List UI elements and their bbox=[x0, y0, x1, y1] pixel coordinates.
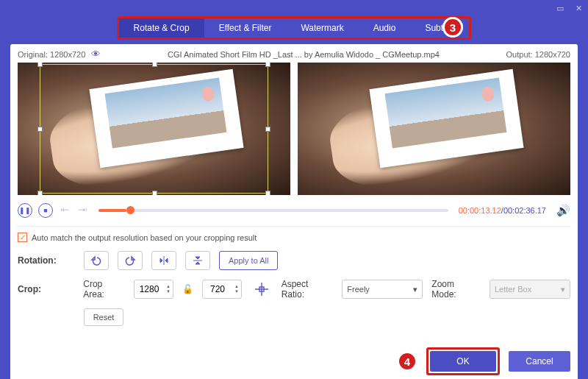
time-duration: 00:02:36.17 bbox=[503, 206, 546, 215]
file-title: CGI Animated Short Film HD _Last ... by … bbox=[107, 50, 500, 59]
ok-highlight: OK bbox=[426, 347, 500, 375]
crop-height-spinner[interactable]: ▲▼ bbox=[232, 284, 241, 294]
crop-handle[interactable] bbox=[265, 191, 270, 195]
aspect-ratio-value: Freely bbox=[347, 285, 370, 294]
preview-header: Original: 1280x720 👁 CGI Animated Short … bbox=[18, 49, 570, 60]
crop-handle[interactable] bbox=[265, 63, 270, 67]
eye-icon[interactable]: 👁 bbox=[91, 49, 101, 60]
center-crop-button[interactable] bbox=[251, 280, 273, 299]
close-icon[interactable]: ✕ bbox=[576, 4, 582, 13]
lock-aspect-icon[interactable]: 🔓 bbox=[182, 284, 193, 294]
stop-button[interactable]: ■ bbox=[38, 203, 53, 218]
tab-rotate-crop[interactable]: Rotate & Crop bbox=[119, 18, 204, 38]
crop-handle[interactable] bbox=[37, 63, 43, 67]
crop-area-label: Crop Area: bbox=[83, 279, 125, 300]
crop-handle[interactable] bbox=[37, 127, 43, 132]
reset-row: Reset bbox=[18, 308, 570, 326]
editor-tabs: Rotate & Crop Effect & Filter Watermark … bbox=[117, 16, 472, 40]
seek-slider[interactable] bbox=[98, 209, 448, 212]
titlebar: ▭ ✕ bbox=[0, 0, 588, 16]
playback-bar: ❚❚ ■ ⭰ ⭲ 00:00:13.12/00:02:36.17 🔊 bbox=[18, 201, 570, 220]
ok-button[interactable]: OK bbox=[430, 351, 496, 372]
tab-effect-filter[interactable]: Effect & Filter bbox=[204, 18, 287, 38]
tab-audio[interactable]: Audio bbox=[359, 18, 411, 38]
output-resolution-label: Output: 1280x720 bbox=[506, 50, 570, 59]
prev-frame-button[interactable]: ⭰ bbox=[59, 203, 71, 218]
automatch-label: Auto match the output resolution based o… bbox=[32, 233, 257, 242]
tab-watermark[interactable]: Watermark bbox=[286, 18, 358, 38]
crop-handle[interactable] bbox=[37, 191, 43, 195]
automatch-checkbox[interactable]: ✓ bbox=[18, 233, 27, 242]
volume-icon[interactable]: 🔊 bbox=[556, 204, 570, 217]
aspect-ratio-select[interactable]: Freely ▾ bbox=[342, 280, 423, 299]
preview-row bbox=[18, 63, 570, 195]
crop-handle[interactable] bbox=[152, 63, 157, 67]
crop-label: Crop: bbox=[18, 284, 74, 294]
crop-box[interactable] bbox=[40, 64, 268, 194]
next-frame-button[interactable]: ⭲ bbox=[76, 203, 88, 218]
rotate-left-button[interactable] bbox=[84, 251, 109, 270]
controls: Rotation: Apply to All Crop: Crop Area: bbox=[18, 251, 570, 326]
flip-horizontal-button[interactable] bbox=[151, 251, 176, 270]
chevron-down-icon: ▾ bbox=[413, 285, 417, 294]
crop-handle[interactable] bbox=[152, 191, 157, 195]
zoom-mode-label: Zoom Mode: bbox=[431, 279, 481, 300]
rotation-row: Rotation: Apply to All bbox=[18, 251, 570, 270]
chevron-down-icon: ▾ bbox=[561, 285, 565, 294]
footer-buttons: 4 OK Cancel bbox=[397, 347, 570, 375]
preview-original[interactable] bbox=[18, 63, 290, 195]
content-panel: Original: 1280x720 👁 CGI Animated Short … bbox=[10, 44, 578, 379]
flip-vertical-button[interactable] bbox=[185, 251, 210, 270]
pause-button[interactable]: ❚❚ bbox=[18, 203, 32, 218]
crop-height-field[interactable]: ▲▼ bbox=[202, 280, 242, 299]
crop-width-field[interactable]: ▲▼ bbox=[134, 280, 173, 299]
cancel-button[interactable]: Cancel bbox=[509, 351, 570, 372]
aspect-ratio-label: Aspect Ratio: bbox=[282, 279, 334, 300]
reset-button[interactable]: Reset bbox=[84, 308, 123, 326]
step-badge-4: 4 bbox=[397, 351, 417, 372]
minimize-icon[interactable]: ▭ bbox=[556, 4, 564, 13]
app-window: ▭ ✕ Rotate & Crop Effect & Filter Waterm… bbox=[0, 0, 588, 379]
automatch-row: ✓ Auto match the output resolution based… bbox=[18, 233, 570, 242]
apply-to-all-button[interactable]: Apply to All bbox=[219, 251, 278, 270]
original-resolution-label: Original: 1280x720 bbox=[18, 50, 85, 59]
crop-height-input[interactable] bbox=[203, 284, 232, 294]
zoom-mode-select: Letter Box ▾ bbox=[490, 280, 570, 299]
preview-output bbox=[298, 63, 570, 195]
rotation-label: Rotation: bbox=[18, 255, 75, 266]
zoom-mode-value: Letter Box bbox=[495, 285, 531, 294]
step-badge-3: 3 bbox=[442, 17, 463, 38]
crop-width-input[interactable] bbox=[135, 284, 164, 294]
crop-width-spinner[interactable]: ▲▼ bbox=[164, 284, 173, 294]
time-current: 00:00:13.12 bbox=[459, 206, 501, 215]
divider bbox=[18, 226, 570, 227]
tabs-container: Rotate & Crop Effect & Filter Watermark … bbox=[0, 16, 588, 40]
crop-row: Crop: Crop Area: ▲▼ 🔓 ▲▼ Aspect Ratio: F… bbox=[18, 279, 570, 300]
crop-handle[interactable] bbox=[265, 127, 270, 132]
seek-knob[interactable] bbox=[126, 206, 135, 214]
rotate-right-button[interactable] bbox=[118, 251, 143, 270]
